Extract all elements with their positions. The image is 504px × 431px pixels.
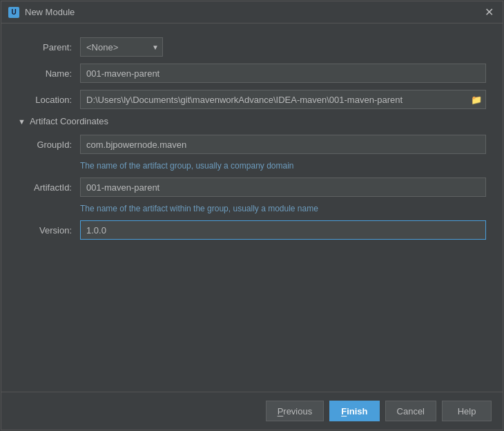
name-row: Name: — [18, 64, 486, 83]
parent-select[interactable]: <None> — [80, 37, 163, 57]
name-input[interactable] — [80, 64, 486, 83]
close-button[interactable]: ✕ — [482, 6, 496, 19]
name-label: Name: — [18, 68, 80, 79]
previous-button[interactable]: PPreviousrevious — [266, 401, 324, 421]
groupid-hint: The name of the artifact group, usually … — [80, 161, 486, 171]
previous-label: PPreviousrevious — [278, 406, 313, 416]
folder-icon[interactable]: 📁 — [469, 93, 483, 106]
location-input-wrapper: 📁 — [80, 90, 486, 109]
parent-row: Parent: <None> ▼ — [18, 37, 486, 57]
version-label: Version: — [18, 225, 80, 236]
finish-label: Finish — [341, 406, 367, 416]
artifactid-hint: The name of the artifact within the grou… — [80, 204, 486, 213]
version-row: Version: — [18, 220, 486, 240]
collapse-arrow-icon[interactable]: ▼ — [18, 117, 26, 126]
artifactid-row: ArtifactId: — [18, 178, 486, 197]
location-row: Location: 📁 — [18, 90, 486, 109]
dialog-title: New Module — [25, 7, 476, 17]
groupid-row: GroupId: — [18, 135, 486, 154]
version-input[interactable] — [80, 220, 486, 240]
dialog-footer: PPreviousrevious Finish Cancel Help — [1, 392, 503, 430]
cancel-button[interactable]: Cancel — [385, 401, 436, 421]
title-bar: U New Module ✕ — [1, 1, 503, 23]
help-button[interactable]: Help — [442, 401, 492, 421]
groupid-input[interactable] — [80, 135, 486, 154]
app-icon: U — [8, 7, 19, 18]
groupid-label: GroupId: — [18, 140, 80, 150]
dialog-content: Parent: <None> ▼ Name: Location: 📁 ▼ Ar — [1, 23, 503, 392]
parent-select-wrapper: <None> ▼ — [80, 37, 163, 57]
artifactid-label: ArtifactId: — [18, 182, 80, 193]
help-label: Help — [458, 406, 476, 416]
location-label: Location: — [18, 95, 80, 105]
parent-label: Parent: — [18, 42, 80, 52]
artifact-coordinates-section: ▼ Artifact Coordinates — [18, 116, 486, 126]
section-title: Artifact Coordinates — [30, 116, 108, 126]
artifactid-input[interactable] — [80, 178, 486, 197]
dialog-window: U New Module ✕ Parent: <None> ▼ Name: Lo… — [1, 1, 503, 430]
finish-button[interactable]: Finish — [329, 401, 379, 421]
location-input[interactable] — [80, 90, 486, 109]
cancel-label: Cancel — [397, 406, 425, 416]
